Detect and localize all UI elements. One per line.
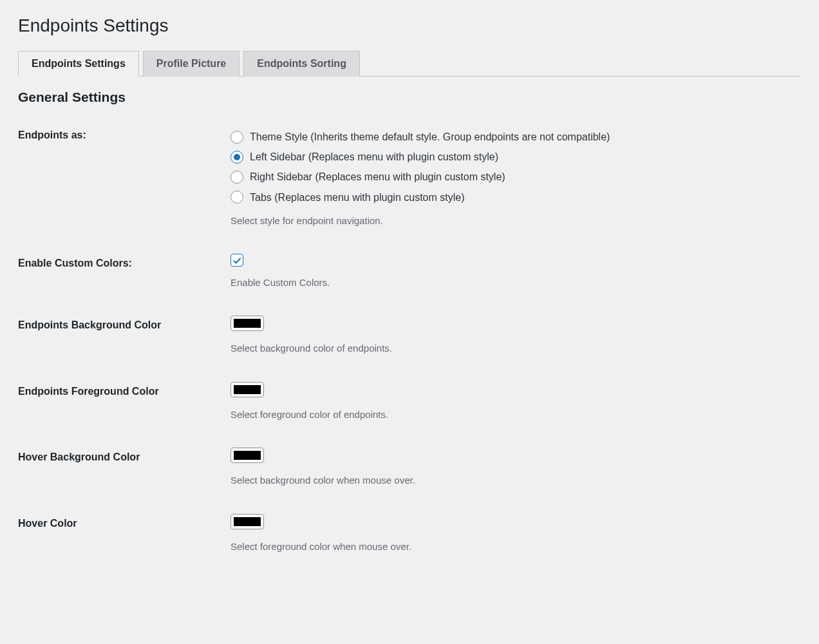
check-icon (232, 256, 242, 265)
radio-icon (231, 191, 243, 204)
tab-endpoints-sorting[interactable]: Endpoints Sorting (243, 51, 360, 77)
radio-item-right-sidebar[interactable]: Right Sidebar (Replaces menu with plugin… (231, 168, 801, 185)
row-fg-color: Endpoints Foreground Color Select foregr… (18, 369, 801, 435)
nav-tabs: Endpoints Settings Profile Picture Endpo… (18, 50, 801, 77)
color-picker-hover-color[interactable] (231, 514, 264, 529)
field-hover-color: Select foreground color when mouse over. (231, 514, 801, 554)
color-swatch-inner (234, 319, 261, 328)
description-hover-color: Select foreground color when mouse over. (231, 540, 801, 554)
radio-label: Theme Style (Inherits theme default styl… (250, 128, 610, 146)
color-swatch-inner (234, 517, 261, 526)
color-swatch-inner (234, 451, 261, 460)
label-hover-color: Hover Color (18, 514, 231, 529)
label-bg-color: Endpoints Background Color (18, 316, 231, 331)
description-endpoints-as: Select style for endpoint navigation. (231, 214, 801, 229)
radio-icon (231, 151, 243, 164)
label-enable-custom-colors: Enable Custom Colors: (18, 254, 231, 269)
radio-icon (231, 131, 243, 144)
color-swatch-inner (234, 385, 261, 394)
description-fg-color: Select foreground color of endpoints. (231, 408, 801, 422)
radio-group-endpoints-as: Theme Style (Inherits theme default styl… (231, 128, 801, 206)
description-enable-custom-colors: Enable Custom Colors. (231, 276, 801, 290)
radio-icon (231, 171, 243, 184)
tab-profile-picture[interactable]: Profile Picture (143, 51, 240, 77)
radio-item-left-sidebar[interactable]: Left Sidebar (Replaces menu with plugin … (231, 148, 801, 166)
field-bg-color: Select background color of endpoints. (231, 316, 801, 356)
row-enable-custom-colors: Enable Custom Colors: Enable Custom Colo… (18, 241, 801, 303)
label-endpoints-as: Endpoints as: (18, 128, 231, 141)
row-endpoints-as: Endpoints as: Theme Style (Inherits them… (18, 120, 801, 241)
section-title: General Settings (18, 90, 801, 105)
row-hover-bg: Hover Background Color Select background… (18, 435, 801, 501)
field-enable-custom-colors: Enable Custom Colors. (231, 254, 801, 290)
color-picker-hover-bg[interactable] (231, 448, 264, 463)
description-bg-color: Select background color of endpoints. (231, 341, 801, 356)
field-fg-color: Select foreground color of endpoints. (231, 382, 801, 422)
row-bg-color: Endpoints Background Color Select backgr… (18, 303, 801, 369)
label-fg-color: Endpoints Foreground Color (18, 382, 231, 397)
radio-label: Right Sidebar (Replaces menu with plugin… (250, 168, 505, 185)
checkbox-enable-custom-colors[interactable] (231, 254, 243, 267)
field-hover-bg: Select background color when mouse over. (231, 448, 801, 488)
radio-item-tabs[interactable]: Tabs (Replaces menu with plugin custom s… (231, 189, 801, 206)
field-endpoints-as: Theme Style (Inherits theme default styl… (231, 128, 801, 228)
color-picker-fg[interactable] (231, 382, 264, 397)
tab-endpoints-settings[interactable]: Endpoints Settings (18, 51, 139, 77)
label-hover-bg: Hover Background Color (18, 448, 231, 463)
form-table: Endpoints as: Theme Style (Inherits them… (18, 120, 801, 567)
color-picker-bg[interactable] (231, 316, 264, 331)
radio-label: Left Sidebar (Replaces menu with plugin … (250, 148, 498, 166)
row-hover-color: Hover Color Select foreground color when… (18, 501, 801, 567)
page-title: Endpoints Settings (18, 15, 801, 36)
description-hover-bg: Select background color when mouse over. (231, 473, 801, 488)
radio-label: Tabs (Replaces menu with plugin custom s… (250, 189, 464, 206)
radio-item-theme-style[interactable]: Theme Style (Inherits theme default styl… (231, 128, 801, 146)
